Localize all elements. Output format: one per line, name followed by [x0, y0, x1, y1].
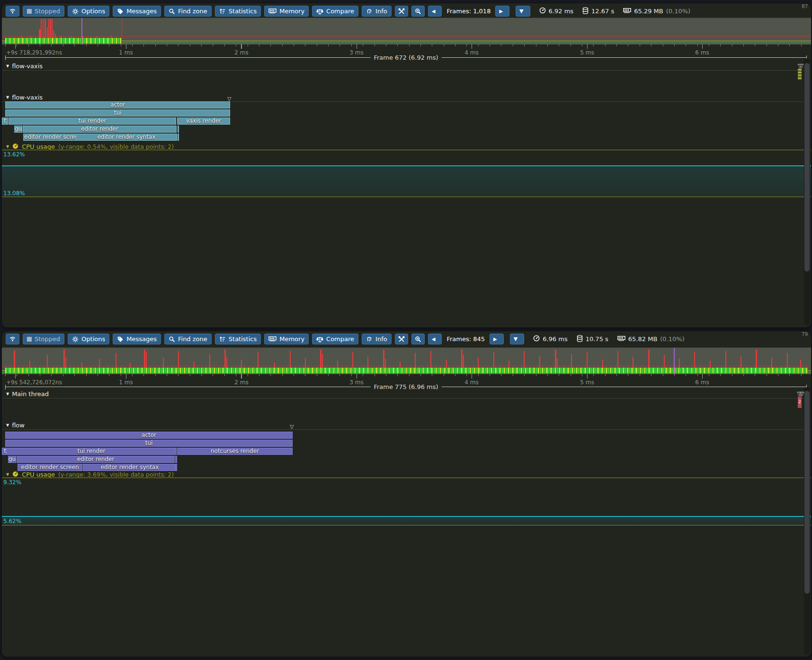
zone-tui-render[interactable]: tui render	[9, 118, 176, 125]
slow-frame-spike	[41, 19, 42, 38]
prev-frame-button[interactable]	[428, 6, 442, 17]
zone-editor-render-screen[interactable]: editor render screen	[23, 134, 76, 141]
tools-button[interactable]	[395, 334, 408, 344]
toolbar: Stopped Options Messages Find zone Stati…	[6, 333, 685, 345]
zone-sliver[interactable]	[175, 456, 177, 463]
slow-frame-spike	[800, 360, 801, 368]
goto-frame-button[interactable]	[510, 334, 524, 344]
frame-cursor-red	[122, 18, 122, 45]
next-frame-button[interactable]	[495, 6, 509, 17]
slow-frame-spike	[352, 352, 353, 368]
connection-button[interactable]	[6, 6, 19, 17]
slow-frame-spike	[99, 359, 100, 368]
zone-sliver[interactable]	[178, 134, 179, 141]
frame-time-graph[interactable]	[2, 347, 811, 374]
slow-frame-spike	[320, 350, 321, 368]
zone-tui[interactable]: tui	[5, 440, 293, 447]
slow-frame-spike	[45, 19, 46, 38]
frame-marker-line[interactable]: Frame 672 (6.92 ms)	[5, 54, 807, 61]
statistics-button[interactable]: Statistics	[215, 6, 261, 17]
marker-badge[interactable]: 2	[798, 397, 802, 408]
scrollbar-thumb[interactable]	[804, 63, 810, 271]
zone-actor[interactable]: actor	[5, 432, 293, 439]
frames-count: Frames: 845	[446, 335, 485, 343]
zone-tui[interactable]: tui	[5, 109, 230, 117]
connection-button[interactable]	[6, 334, 19, 344]
frame-image-markers[interactable]: 2	[798, 391, 802, 408]
prev-frame-button[interactable]	[428, 334, 442, 344]
cpu-usage-graph[interactable]: 9.32% 5.62%	[2, 478, 811, 525]
compare-button[interactable]: Compare	[312, 6, 358, 17]
zone-t[interactable]: t	[2, 118, 8, 125]
zone-sliver[interactable]	[178, 126, 179, 133]
messages-button[interactable]: Messages	[113, 6, 161, 17]
thread-header-2[interactable]: flow	[2, 422, 811, 430]
cpu-usage-graph[interactable]: 13.62% 13.08%	[2, 150, 811, 197]
slow-frame-spike	[226, 357, 227, 368]
cpu-usage-header[interactable]: CPU usage (y-range: 0.54%, visible data …	[2, 144, 811, 150]
find-zone-button[interactable]: Find zone	[164, 334, 212, 344]
zone-notcurses-render[interactable]: notcurses render	[177, 448, 293, 455]
crossed-tools-icon	[398, 8, 405, 15]
slow-frame-spike	[664, 355, 665, 368]
scrollbar[interactable]	[804, 58, 810, 325]
statistics-button[interactable]: Statistics	[215, 334, 261, 344]
target-line-green	[2, 43, 811, 43]
memory-button[interactable]: Memory	[264, 6, 309, 17]
tools-button[interactable]	[395, 6, 408, 17]
next-frame-button[interactable]	[490, 334, 504, 344]
slow-frame-spike	[163, 358, 164, 368]
messages-button[interactable]: Messages	[113, 334, 161, 344]
zoom-button[interactable]	[411, 6, 425, 17]
zoom-button[interactable]	[411, 334, 425, 344]
slow-frame-spike	[274, 362, 275, 368]
zone-sliver[interactable]	[175, 464, 177, 471]
slow-frame-spike	[209, 354, 210, 368]
compare-button[interactable]: Compare	[312, 334, 358, 344]
thread-header-1[interactable]: flow-vaxis	[2, 63, 811, 71]
thread-header-1[interactable]: Main thread	[2, 391, 811, 398]
slow-frame-spike	[82, 36, 83, 38]
zone-vaxis-render[interactable]: vaxis render	[177, 118, 230, 125]
ram-icon	[623, 8, 631, 15]
tag-icon	[117, 336, 124, 343]
frame-marker-line[interactable]: Frame 775 (6.96 ms)	[5, 384, 807, 390]
slow-frame-spike	[178, 351, 179, 368]
slow-frame-spike	[61, 36, 62, 38]
dial-icon	[539, 7, 546, 15]
options-button[interactable]: Options	[68, 334, 109, 344]
slow-frame-spike	[81, 362, 82, 368]
zone-editor-render-syntax[interactable]: editor render syntax	[76, 134, 177, 141]
zone-actor[interactable]: actor	[5, 101, 230, 108]
frame-label: Frame 775 (6.96 ms)	[370, 384, 441, 390]
slow-frame-spike	[97, 36, 98, 38]
find-zone-button[interactable]: Find zone	[164, 6, 212, 17]
scrollbar[interactable]	[804, 387, 810, 655]
stop-button[interactable]: Stopped	[23, 334, 64, 344]
frame-image-markers[interactable]	[798, 63, 802, 80]
stop-button[interactable]: Stopped	[23, 6, 64, 17]
slow-frame-spike	[130, 363, 131, 368]
marker-badge[interactable]	[798, 69, 802, 80]
info-button[interactable]: Info	[362, 6, 392, 17]
slow-frame-spike	[446, 360, 447, 368]
zone-tui-render[interactable]: tui render	[6, 448, 177, 455]
slow-frame-spike	[679, 359, 680, 368]
scrollbar-thumb[interactable]	[804, 391, 810, 594]
zone-editor-render[interactable]: editor render	[17, 456, 175, 463]
zone-gu[interactable]: gu	[8, 456, 16, 463]
fingerprint-icon	[366, 336, 373, 343]
options-button[interactable]: Options	[68, 6, 109, 17]
info-button[interactable]: Info	[362, 334, 392, 344]
zone-editor-render-screen[interactable]: editor render screen	[18, 464, 82, 471]
magnifier-plus-icon	[415, 8, 421, 15]
zone-editor-render-syntax[interactable]: editor render syntax	[83, 464, 177, 471]
thread-header-2[interactable]: flow-vaxis	[2, 94, 811, 102]
zone-gu[interactable]: gu	[14, 126, 22, 133]
slow-frame-spike	[322, 354, 323, 368]
zone-editor-render[interactable]: editor render	[23, 126, 177, 133]
memory-button[interactable]: Memory	[264, 334, 309, 344]
cpu-usage-header[interactable]: CPU usage (y-range: 3.69%, visible data …	[2, 471, 811, 478]
frame-time-graph[interactable]	[2, 18, 811, 45]
goto-frame-button[interactable]	[516, 6, 530, 17]
